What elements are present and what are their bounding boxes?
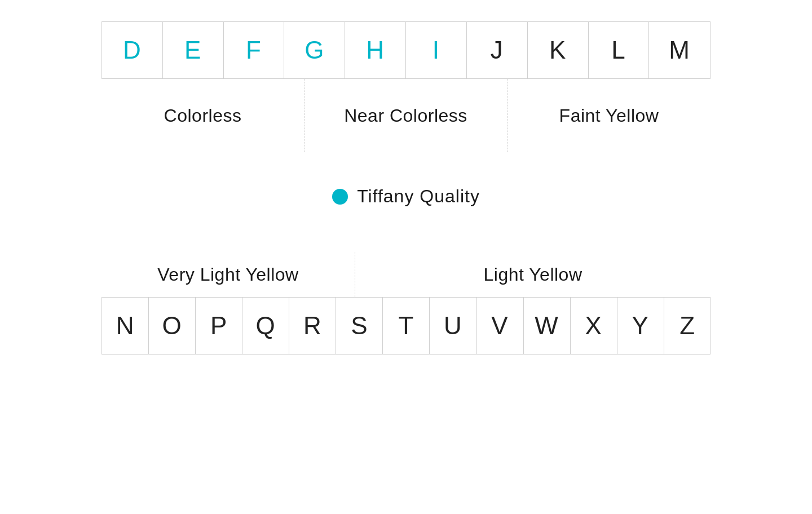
top-grade-cell-e: E	[163, 22, 224, 78]
bottom-grade-cell-y: Y	[617, 298, 664, 354]
bottom-grade-cell-z: Z	[664, 298, 711, 354]
top-grade-cell-l: L	[589, 22, 650, 78]
bottom-grade-cell-s: S	[336, 298, 383, 354]
top-grade-cell-j: J	[467, 22, 528, 78]
category-near-colorless: Near Colorless	[304, 79, 508, 152]
main-container: DEFGHIJKLM Colorless Near Colorless Fain…	[0, 0, 812, 514]
bottom-grade-cell-x: X	[571, 298, 617, 354]
top-grade-cell-g: G	[284, 22, 345, 78]
top-grade-cell-i: I	[406, 22, 467, 78]
bottom-grade-cell-n: N	[102, 298, 149, 354]
top-grade-cell-m: M	[649, 22, 710, 78]
light-yellow-label: Light Yellow	[483, 264, 582, 285]
bottom-grade-cell-o: O	[149, 298, 196, 354]
top-grade-cell-h: H	[345, 22, 406, 78]
category-light-yellow: Light Yellow	[355, 252, 710, 297]
bottom-grade-cell-q: Q	[242, 298, 289, 354]
very-light-yellow-label: Very Light Yellow	[157, 264, 298, 285]
colorless-label: Colorless	[164, 105, 242, 126]
category-colorless: Colorless	[102, 79, 304, 152]
bottom-grade-cell-r: R	[289, 298, 336, 354]
top-grade-cell-k: K	[528, 22, 589, 78]
near-colorless-label: Near Colorless	[344, 105, 467, 126]
bottom-grade-row: NOPQRSTUVWXYZ	[102, 297, 710, 355]
top-grade-row: DEFGHIJKLM	[102, 21, 710, 79]
top-grade-cell-f: F	[224, 22, 285, 78]
categories-top: Colorless Near Colorless Faint Yellow	[102, 79, 710, 152]
top-grade-cell-d: D	[102, 22, 163, 78]
bottom-grade-cell-v: V	[477, 298, 524, 354]
legend-section: Tiffany Quality	[102, 186, 710, 207]
bottom-grade-cell-u: U	[430, 298, 476, 354]
categories-bottom: Very Light Yellow Light Yellow	[102, 252, 710, 297]
tiffany-quality-dot	[332, 189, 348, 205]
tiffany-quality-label: Tiffany Quality	[357, 186, 480, 207]
bottom-grade-cell-t: T	[383, 298, 430, 354]
bottom-grade-cell-w: W	[524, 298, 571, 354]
faint-yellow-label: Faint Yellow	[559, 105, 659, 126]
category-very-light-yellow: Very Light Yellow	[102, 252, 355, 297]
bottom-grade-cell-p: P	[196, 298, 242, 354]
category-faint-yellow: Faint Yellow	[508, 79, 710, 152]
